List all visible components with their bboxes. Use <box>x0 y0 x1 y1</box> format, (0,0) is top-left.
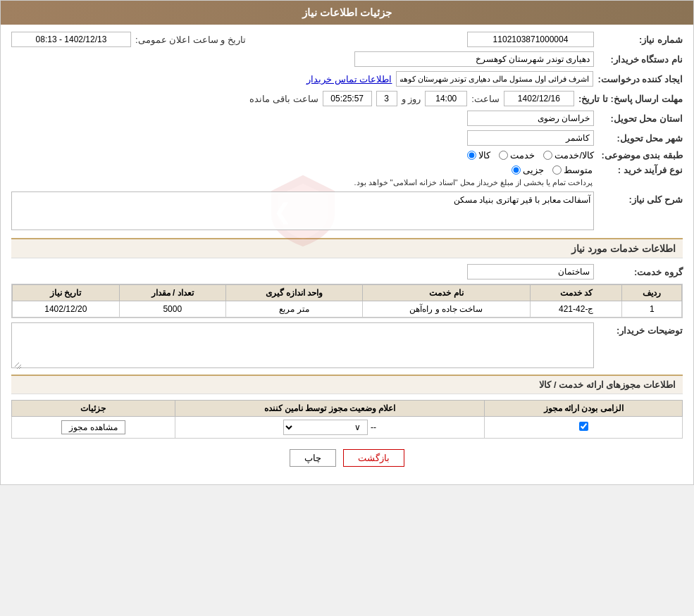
col-license-details: جزئیات <box>12 401 175 417</box>
need-description-textarea[interactable] <box>11 191 594 230</box>
delivery-province-input[interactable] <box>467 111 594 126</box>
col-unit: واحد اندازه گیری <box>225 285 362 301</box>
send-remaining-input[interactable] <box>323 91 372 106</box>
cell-quantity: 5000 <box>119 301 225 318</box>
license-table-container: الزامی بودن ارائه مجوز اعلام وضعیت مجوز … <box>11 400 683 439</box>
send-deadline-label: مهلت ارسال پاسخ: تا تاریخ: <box>578 94 683 104</box>
category-radio-group: کالا/خدمت خدمت کالا <box>467 150 594 161</box>
category-label-kala-khedmat: کالا/خدمت <box>554 150 594 161</box>
creator-input[interactable] <box>396 71 593 87</box>
col-license-status: اعلام وضعیت مجوز توسط نامین کننده <box>175 401 485 417</box>
cell-service-code: ج-42-421 <box>530 301 622 318</box>
service-group-input[interactable] <box>467 264 594 279</box>
buyer-org-label: نام دستگاه خریدار: <box>598 54 683 65</box>
delivery-city-input[interactable] <box>467 130 594 146</box>
need-number-label: شماره نیاز: <box>598 34 683 45</box>
services-table-container: ردیف کد خدمت نام خدمت واحد اندازه گیری ت… <box>11 284 683 318</box>
delivery-city-label: شهر محل تحویل: <box>598 133 683 144</box>
col-quantity: تعداد / مقدار <box>119 285 225 301</box>
license-table: الزامی بودن ارائه مجوز اعلام وضعیت مجوز … <box>11 400 683 439</box>
mandatory-checkbox[interactable] <box>579 422 588 431</box>
send-time-label: ساعت: <box>471 94 500 104</box>
process-type-label-motavaset: متوسط <box>564 165 593 175</box>
back-button[interactable]: بازگشت <box>343 449 404 467</box>
col-mandatory: الزامی بودن ارائه مجوز <box>485 401 683 417</box>
category-radio-kala[interactable] <box>467 151 476 160</box>
category-option-kala[interactable]: کالا <box>467 150 490 161</box>
send-remaining-label: ساعت باقی مانده <box>249 94 318 104</box>
cell-mandatory <box>485 417 683 439</box>
process-type-option-jozi[interactable]: جزیی <box>512 165 544 175</box>
category-radio-kala-khedmat[interactable] <box>543 151 552 160</box>
announcement-datetime-label: تاریخ و ساعت اعلان عمومی: <box>135 34 246 45</box>
cell-need-date: 1402/12/20 <box>13 301 120 318</box>
cell-license-status: -- ∨ <box>175 417 485 439</box>
col-service-name: نام خدمت <box>362 285 530 301</box>
announcement-datetime-input[interactable] <box>11 32 131 47</box>
process-type-option-motavaset[interactable]: متوسط <box>552 165 593 175</box>
print-button[interactable]: چاپ <box>290 449 336 467</box>
need-description-label: شرح کلی نیاز: <box>598 191 683 205</box>
bottom-buttons: بازگشت چاپ <box>11 449 683 467</box>
cell-unit: متر مربع <box>225 301 362 318</box>
process-type-radio-motavaset[interactable] <box>552 165 562 175</box>
table-row: 1 ج-42-421 ساخت جاده و راه‌آهن متر مربع … <box>13 301 682 318</box>
buyer-org-input[interactable] <box>354 51 594 67</box>
page-header: جزئیات اطلاعات نیاز <box>1 1 693 25</box>
creator-label: ایجاد کننده درخواست: <box>597 74 683 84</box>
col-row-num: ردیف <box>622 285 682 301</box>
process-type-radio-group: متوسط جزیی <box>354 165 593 175</box>
col-service-code: کد خدمت <box>530 285 622 301</box>
category-radio-khedmat[interactable] <box>499 151 508 160</box>
send-days-input[interactable] <box>376 91 397 106</box>
process-type-label-jozi: جزیی <box>523 165 544 175</box>
license-status-value: -- <box>371 422 376 432</box>
send-date-input[interactable] <box>504 91 574 106</box>
cell-row-num: 1 <box>622 301 682 318</box>
services-table: ردیف کد خدمت نام خدمت واحد اندازه گیری ت… <box>12 284 682 318</box>
resize-handle <box>13 360 21 369</box>
delivery-province-label: استان محل تحویل: <box>598 113 683 124</box>
cell-license-details: مشاهده مجوز <box>12 417 175 439</box>
col-need-date: تاریخ نیاز <box>13 285 120 301</box>
page-title: جزئیات اطلاعات نیاز <box>302 6 392 18</box>
buyer-notes-label: توضیحات خریدار: <box>598 322 683 336</box>
services-section-title: اطلاعات خدمات مورد نیاز <box>11 238 683 258</box>
category-label: طبقه بندی موضوعی: <box>598 150 683 161</box>
category-option-khedmat[interactable]: خدمت <box>499 150 535 161</box>
service-group-label: گروه خدمت: <box>598 267 683 277</box>
license-status-select[interactable]: ∨ <box>283 420 368 435</box>
category-option-kala-khedmat[interactable]: کالا/خدمت <box>543 150 594 161</box>
cell-service-name: ساخت جاده و راه‌آهن <box>362 301 530 318</box>
buyer-notes-textarea[interactable] <box>11 322 594 368</box>
process-type-label: نوع فرآیند خرید : <box>598 165 683 175</box>
need-number-input[interactable] <box>467 32 594 47</box>
license-row: -- ∨ مشاهده مجوز <box>12 417 683 439</box>
view-license-button[interactable]: مشاهده مجوز <box>61 420 125 434</box>
process-type-radio-jozi[interactable] <box>512 165 521 175</box>
send-time-input[interactable] <box>425 91 467 106</box>
send-days-label: روز و <box>402 94 421 104</box>
category-label-khedmat: خدمت <box>510 150 535 161</box>
contact-info-link[interactable]: اطلاعات تماس خریدار <box>306 74 392 84</box>
category-label-kala: کالا <box>478 150 490 161</box>
licenses-section-title: اطلاعات مجوزهای ارائه خدمت / کالا <box>11 375 683 394</box>
process-type-note: پرداخت تمام یا بخشی از مبلغ خریداز محل "… <box>354 178 593 187</box>
